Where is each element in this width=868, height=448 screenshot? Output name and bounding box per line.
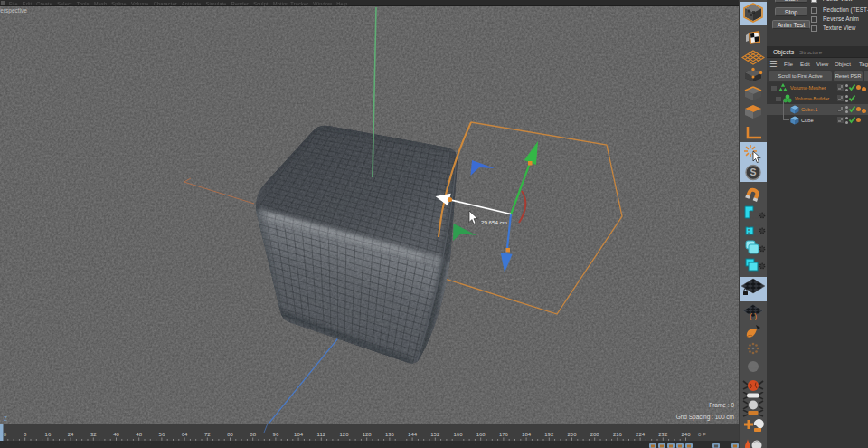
svg-text:192: 192 (544, 432, 554, 437)
svg-text:200: 200 (567, 432, 577, 437)
svg-text:216: 216 (613, 432, 623, 437)
svg-text:240: 240 (681, 432, 691, 437)
svg-text:48: 48 (136, 432, 142, 437)
svg-text:88: 88 (250, 432, 256, 437)
svg-text:184: 184 (522, 432, 532, 437)
svg-text:64: 64 (182, 432, 188, 437)
svg-text:40: 40 (113, 432, 119, 437)
svg-text:0 F: 0 F (698, 432, 706, 437)
svg-text:168: 168 (476, 432, 486, 437)
svg-text:120: 120 (339, 432, 349, 437)
svg-text:32: 32 (90, 432, 97, 437)
svg-text:176: 176 (499, 432, 509, 437)
svg-text:208: 208 (590, 432, 600, 437)
svg-text:29.654 cm: 29.654 cm (481, 219, 507, 225)
svg-text:160: 160 (453, 432, 463, 437)
svg-text:136: 136 (385, 432, 395, 437)
svg-text:128: 128 (363, 432, 373, 437)
svg-text:232: 232 (658, 432, 668, 437)
svg-text:16: 16 (45, 432, 52, 437)
svg-text:56: 56 (159, 432, 165, 437)
svg-text:112: 112 (317, 432, 326, 437)
svg-text:S: S (750, 167, 756, 177)
svg-text:144: 144 (408, 432, 418, 437)
svg-text:80: 80 (227, 432, 233, 437)
svg-text:104: 104 (294, 432, 304, 437)
svg-text:224: 224 (636, 432, 646, 437)
svg-text:96: 96 (273, 432, 279, 437)
svg-text:24: 24 (68, 432, 74, 437)
svg-text:( ): ( ) (750, 312, 757, 320)
svg-text:152: 152 (430, 432, 440, 437)
svg-text:72: 72 (204, 432, 211, 437)
